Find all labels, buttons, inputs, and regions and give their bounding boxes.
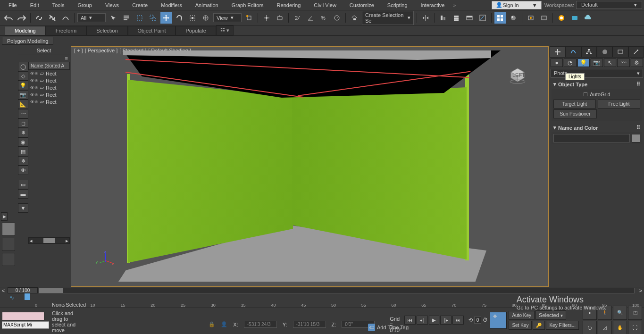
select-by-name-button[interactable] xyxy=(121,12,132,24)
x-coord-input[interactable]: -531'3 24/3 xyxy=(244,321,277,328)
select-object-button[interactable] xyxy=(108,12,119,24)
material-editor-button[interactable] xyxy=(508,12,519,24)
align-button[interactable] xyxy=(437,12,449,24)
menu-views[interactable]: Views xyxy=(99,1,125,9)
display-helpers-button[interactable]: 📐 xyxy=(18,100,28,109)
object-color-swatch[interactable] xyxy=(632,134,640,142)
setkey-button[interactable]: Set Key xyxy=(509,321,532,330)
render-ar-button[interactable] xyxy=(569,12,580,24)
nav-fov-button[interactable]: ◿ xyxy=(598,321,612,334)
ribbon-tab-modeling[interactable]: Modeling xyxy=(5,26,46,35)
display-shapes-button[interactable]: ◇ xyxy=(18,71,28,81)
time-expand-right[interactable]: > xyxy=(637,288,644,293)
named-selection-dropdown[interactable]: Create Selection Se▾ xyxy=(362,11,414,25)
toggle-ribbon-button[interactable] xyxy=(464,12,475,24)
nav-orbit-button[interactable]: ⭮ xyxy=(583,321,597,334)
rect-select-button[interactable] xyxy=(134,12,145,24)
menu-file[interactable]: File xyxy=(2,1,24,9)
menu-scripting[interactable]: Scripting xyxy=(381,1,414,9)
nav-cube-button[interactable]: ◳ xyxy=(628,306,642,320)
menu-rendering[interactable]: Rendering xyxy=(270,1,308,9)
display-hidden-button[interactable]: 👁 xyxy=(18,166,28,175)
pivot-button[interactable] xyxy=(243,12,255,24)
scale-button[interactable] xyxy=(187,12,198,24)
time-slider[interactable] xyxy=(25,293,30,300)
next-frame-button[interactable]: ∥▸ xyxy=(440,316,452,325)
menu-group[interactable]: Group xyxy=(71,1,99,9)
snap-toggle-button[interactable]: 2 xyxy=(292,12,303,24)
display-particle-button[interactable]: ❄ xyxy=(18,128,28,137)
unlink-button[interactable] xyxy=(47,12,58,24)
angle-snap-button[interactable] xyxy=(305,12,316,24)
redo-button[interactable] xyxy=(16,12,27,24)
render-cloud-button[interactable] xyxy=(582,12,594,24)
scene-item[interactable]: 👁❄▱Rect xyxy=(28,91,70,98)
menu-interactive[interactable]: Interactive xyxy=(414,1,452,9)
time-config-icon[interactable]: ⏱ xyxy=(483,317,488,323)
name-color-rollout[interactable]: ▾Name and Color⠿ xyxy=(552,123,642,132)
nav-person-button[interactable]: 🚶 xyxy=(598,306,612,320)
swatch-2[interactable] xyxy=(2,238,15,251)
create-tab[interactable] xyxy=(550,46,565,58)
spacewarps-cat[interactable]: 〰 xyxy=(617,58,629,67)
y-coord-input[interactable]: -31'10 15/3 xyxy=(293,321,326,328)
create-subtype-dropdown[interactable]: Photo▾ Lights xyxy=(551,69,643,78)
layer-explorer-button[interactable] xyxy=(451,12,462,24)
nav-max-button[interactable]: ⛶ xyxy=(628,321,642,334)
menu-create[interactable]: Create xyxy=(125,1,154,9)
menu-edit[interactable]: Edit xyxy=(24,1,46,9)
object-type-rollout[interactable]: ▾Object Type⠿ xyxy=(552,80,642,89)
selected-dropdown[interactable]: Selected ▾ xyxy=(535,310,566,320)
menu-civilview[interactable]: Civil View xyxy=(307,1,343,9)
time-range-bar[interactable] xyxy=(39,288,635,293)
free-light-button[interactable]: Free Light xyxy=(598,100,640,109)
scene-menu-icon[interactable]: ≡ xyxy=(65,55,68,62)
object-name-input[interactable] xyxy=(553,134,630,142)
systems-cat[interactable]: ⚙ xyxy=(631,58,643,67)
rotate-button[interactable] xyxy=(174,12,185,24)
display-group-button[interactable]: ◉ xyxy=(18,137,28,147)
filter-button[interactable]: ▼ xyxy=(18,203,28,213)
move-button[interactable] xyxy=(160,12,172,24)
motion-tab[interactable] xyxy=(597,46,612,58)
nav-pan2-button[interactable]: ✋ xyxy=(613,321,627,334)
schematic-view-button[interactable] xyxy=(494,12,506,24)
curve-editor-button[interactable] xyxy=(477,12,488,24)
prev-frame-button[interactable]: ◂∥ xyxy=(417,316,428,325)
window-crossing-button[interactable] xyxy=(147,12,159,24)
autokey-button[interactable]: Auto Key xyxy=(509,311,535,320)
autogrid-checkbox[interactable]: ☐AutoGrid xyxy=(553,91,640,99)
sun-positioner-button[interactable]: Sun Positioner xyxy=(553,109,597,118)
ribbon-tab-populate[interactable]: Populate xyxy=(176,26,216,35)
display-none-button[interactable]: ▬ xyxy=(18,189,28,199)
key-icon[interactable]: 🔑 xyxy=(533,321,545,330)
edit-named-sel-button[interactable] xyxy=(349,12,360,24)
maxscript-swatch[interactable] xyxy=(2,312,44,320)
display-frozen-button[interactable]: ❄ xyxy=(18,156,28,166)
keyfilters-button[interactable]: Key Filters... xyxy=(546,321,579,330)
link-button[interactable] xyxy=(33,12,45,24)
display-lights-button[interactable]: 💡 xyxy=(18,81,28,90)
selection-filter-dropdown[interactable]: All▾ xyxy=(77,13,106,22)
utilities-tab[interactable] xyxy=(628,46,644,58)
swatch-1[interactable] xyxy=(2,223,15,236)
flyout-toggle[interactable]: ▶ xyxy=(1,212,8,221)
menu-overflow-icon[interactable]: » xyxy=(453,2,456,8)
swatch-3[interactable] xyxy=(2,253,15,266)
display-xref-button[interactable]: ▤ xyxy=(18,147,28,156)
scene-item[interactable]: 👁❄▱Rect xyxy=(28,70,70,77)
scene-item[interactable]: 👁❄▱Rect xyxy=(28,77,70,84)
menu-customize[interactable]: Customize xyxy=(343,1,381,9)
menu-tools[interactable]: Tools xyxy=(46,1,71,9)
isolate-icon[interactable]: 👤 xyxy=(221,321,227,327)
menu-modifiers[interactable]: Modifiers xyxy=(154,1,189,9)
menu-grapheditors[interactable]: Graph Editors xyxy=(225,1,270,9)
nav-pan-button[interactable]: ▸ xyxy=(583,306,597,320)
scene-list-header[interactable]: Name (Sorted A xyxy=(28,62,70,70)
workspace-dropdown[interactable]: Default▾ xyxy=(576,1,642,9)
display-geom-button[interactable]: ◯ xyxy=(18,62,28,71)
modify-tab[interactable] xyxy=(565,46,581,58)
cameras-cat[interactable]: 📷 xyxy=(591,58,603,67)
signin-button[interactable]: 👤 Sign In ▼ xyxy=(492,1,541,9)
undo-button[interactable] xyxy=(3,12,14,24)
